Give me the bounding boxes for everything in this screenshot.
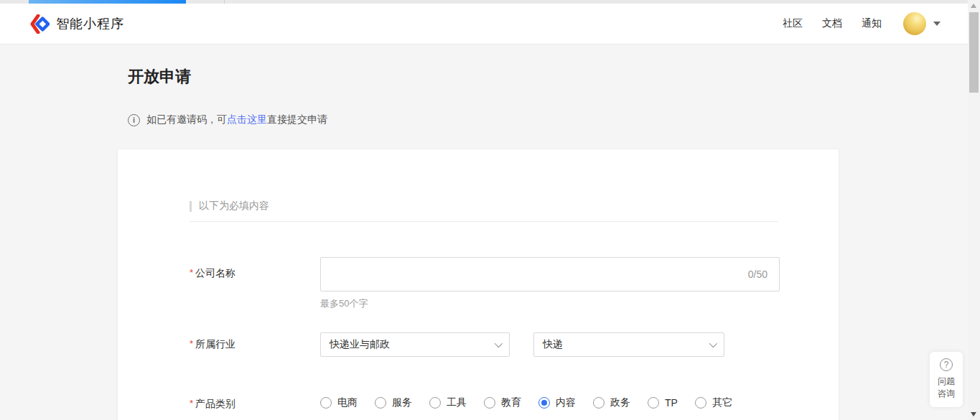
radio-option-education[interactable]: 教育 <box>484 396 521 409</box>
chevron-down-icon <box>709 340 717 347</box>
notice-text-suffix: 直接提交申请 <box>267 113 327 126</box>
radio-icon <box>593 397 605 409</box>
industry-primary-select[interactable]: 快递业与邮政 <box>320 332 510 357</box>
required-marker: * <box>190 267 193 278</box>
company-name-input[interactable] <box>321 258 748 291</box>
section-bar <box>190 201 192 212</box>
category-radio-group: 电商 服务 工具 教育 内容 政务 TP 其它 <box>320 396 732 409</box>
radio-option-tp[interactable]: TP <box>648 397 678 409</box>
company-name-field: 0/50 <box>320 257 780 291</box>
invite-code-notice: i 如已有邀请码，可点击这里直接提交申请 <box>128 113 327 126</box>
nav-item-community[interactable]: 社区 <box>783 17 803 30</box>
invite-code-link[interactable]: 点击这里 <box>227 113 267 126</box>
radio-label: 电商 <box>337 396 358 409</box>
help-consult-widget[interactable]: ? 问题 咨询 <box>930 352 963 407</box>
radio-label: 政务 <box>610 396 630 409</box>
radio-label: 工具 <box>447 396 467 409</box>
radio-label: 内容 <box>556 396 576 409</box>
application-form-card: 以下为必填内容 *公司名称 0/50 最多50个字 *所属行业 快递业与邮政 快… <box>117 149 839 420</box>
radio-option-ecommerce[interactable]: 电商 <box>320 396 358 409</box>
industry-secondary-value: 快递 <box>543 338 563 351</box>
radio-option-services[interactable]: 服务 <box>375 396 412 409</box>
industry-label: *所属行业 <box>190 338 235 351</box>
radio-label: 服务 <box>392 396 412 409</box>
radio-label: 其它 <box>712 396 732 409</box>
brand-logo-icon <box>30 14 50 34</box>
header-right: 社区 文档 通知 <box>763 12 941 35</box>
radio-label: TP <box>665 397 678 409</box>
industry-label-text: 所属行业 <box>195 338 235 350</box>
help-line-1: 问题 <box>938 375 955 388</box>
tab-divider <box>224 0 225 4</box>
radio-icon <box>695 397 706 409</box>
browser-top-strip <box>0 0 980 4</box>
category-label-text: 产品类别 <box>195 398 235 409</box>
company-name-label: *公司名称 <box>190 267 235 280</box>
brand-name: 智能小程序 <box>56 15 124 32</box>
page-title: 开放申请 <box>128 66 191 88</box>
section-header: 以下为必填内容 <box>190 200 269 213</box>
company-name-helper: 最多50个字 <box>320 297 368 310</box>
section-title: 以下为必填内容 <box>199 200 269 213</box>
nav-item-docs[interactable]: 文档 <box>822 17 842 30</box>
company-name-label-text: 公司名称 <box>195 267 235 279</box>
radio-icon <box>320 397 332 409</box>
radio-option-tools[interactable]: 工具 <box>429 396 467 409</box>
section-divider <box>190 221 778 222</box>
radio-option-government[interactable]: 政务 <box>593 396 630 409</box>
info-icon: i <box>128 114 140 126</box>
industry-secondary-select[interactable]: 快递 <box>533 332 724 357</box>
char-counter: 0/50 <box>748 269 779 280</box>
radio-icon <box>484 397 495 409</box>
radio-icon <box>375 397 386 409</box>
user-avatar[interactable] <box>903 12 926 35</box>
required-marker: * <box>190 338 193 349</box>
scrollbar-thumb[interactable] <box>969 12 979 93</box>
radio-icon <box>429 397 441 409</box>
radio-option-content[interactable]: 内容 <box>538 396 576 409</box>
radio-label: 教育 <box>501 396 521 409</box>
app-header: 智能小程序 社区 文档 通知 <box>0 4 980 45</box>
vertical-scrollbar[interactable] <box>968 0 980 420</box>
chevron-down-icon <box>495 340 503 347</box>
radio-icon <box>648 397 659 409</box>
scroll-down-arrow-icon[interactable] <box>971 412 976 416</box>
scroll-up-arrow-icon[interactable] <box>971 4 976 8</box>
loading-progress-bar <box>29 0 186 4</box>
chevron-down-icon[interactable] <box>933 22 941 26</box>
help-line-2: 咨询 <box>938 388 955 400</box>
category-label: *产品类别 <box>190 398 235 411</box>
radio-icon-checked <box>538 397 550 409</box>
brand[interactable]: 智能小程序 <box>30 14 124 34</box>
required-marker: * <box>190 398 193 409</box>
question-mark-icon: ? <box>940 358 953 371</box>
notice-text-prefix: 如已有邀请码，可 <box>146 113 227 126</box>
industry-primary-value: 快递业与邮政 <box>330 338 390 351</box>
nav-item-notifications[interactable]: 通知 <box>862 17 882 30</box>
radio-option-other[interactable]: 其它 <box>695 396 732 409</box>
